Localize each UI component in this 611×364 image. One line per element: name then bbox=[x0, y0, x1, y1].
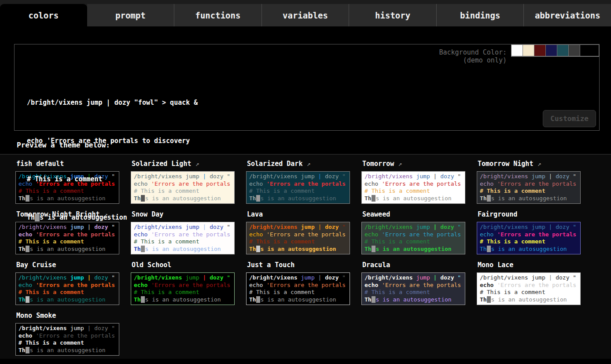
tab-colors[interactable]: colors bbox=[0, 4, 87, 26]
tab-functions[interactable]: functions bbox=[174, 4, 261, 26]
theme-card[interactable]: /bright/vixens jump | dozy "echo 'Errors… bbox=[361, 272, 465, 305]
terminal-sample-text: /bright/vixens jump | dozy "fowl" > quac… bbox=[15, 44, 599, 250]
tab-variables[interactable]: variables bbox=[261, 4, 349, 26]
theme-just-a-touch: Just a Touch/bright/vixens jump | dozy "… bbox=[246, 260, 350, 305]
tab-prompt[interactable]: prompt bbox=[87, 4, 174, 26]
tab-history[interactable]: history bbox=[349, 4, 436, 26]
customize-button[interactable]: Customize bbox=[543, 110, 596, 127]
theme-card-cursor: i bbox=[26, 296, 30, 303]
bg-swatch-f5e8cb[interactable] bbox=[523, 44, 534, 56]
bg-swatch-1d4e58[interactable] bbox=[557, 44, 568, 56]
theme-title: Just a Touch bbox=[247, 261, 350, 270]
terminal-line-command: /bright/vixens jump | dozy "fowl" > quac… bbox=[27, 96, 599, 109]
terminal-line-quote: echo 'Errors are the portals to discover… bbox=[27, 135, 599, 147]
background-color-label: Background Color: (demo only) bbox=[439, 48, 507, 64]
theme-title: Old School bbox=[132, 261, 235, 270]
theme-card-cursor: i bbox=[26, 347, 30, 353]
theme-card[interactable]: /bright/vixens jump | dozy "echo 'Errors… bbox=[477, 272, 581, 305]
theme-card-cursor: i bbox=[141, 296, 145, 303]
theme-dracula: Dracula/bright/vixens jump | dozy "echo … bbox=[361, 260, 465, 305]
tab-bindings[interactable]: bindings bbox=[436, 4, 524, 26]
theme-card-cursor: i bbox=[372, 296, 376, 303]
theme-card[interactable]: /bright/vixens jump | dozy "echo 'Errors… bbox=[15, 323, 119, 356]
terminal-cursor: i bbox=[35, 213, 40, 221]
tab-abbreviations[interactable]: abbreviations bbox=[523, 4, 611, 26]
theme-card[interactable]: /bright/vixens jump | dozy "echo 'Errors… bbox=[246, 272, 350, 305]
bg-swatch-000000[interactable] bbox=[580, 44, 599, 56]
color-preview-terminal: Background Color: (demo only) /bright/vi… bbox=[14, 44, 600, 131]
bg-swatch-3a3a3a[interactable] bbox=[568, 44, 580, 56]
bg-swatch-16164e[interactable] bbox=[545, 44, 557, 56]
terminal-line-comment: # This is a comment bbox=[27, 173, 599, 186]
terminal-line-autosuggestion: This is an autosuggestion bbox=[27, 211, 599, 224]
theme-mono-lace: Mono Lace/bright/vixens jump | dozy "ech… bbox=[477, 260, 581, 305]
theme-bay-cruise: Bay Cruise/bright/vixens jump | dozy "ec… bbox=[15, 260, 119, 305]
background-color-swatches bbox=[511, 44, 599, 57]
theme-title: Mono Lace bbox=[478, 261, 581, 270]
tab-bar: colorspromptfunctionsvariableshistorybin… bbox=[0, 0, 611, 26]
bg-swatch-ffffff[interactable] bbox=[511, 44, 523, 56]
theme-mono-smoke: Mono Smoke/bright/vixens jump | dozy "ec… bbox=[15, 311, 119, 356]
theme-card[interactable]: /bright/vixens jump | dozy "echo 'Errors… bbox=[15, 272, 119, 305]
bg-swatch-5a0f0f[interactable] bbox=[534, 44, 545, 56]
theme-title: Mono Smoke bbox=[16, 312, 119, 321]
theme-title: Dracula bbox=[362, 261, 465, 270]
theme-title: Bay Cruise bbox=[16, 261, 119, 270]
theme-card-cursor: i bbox=[256, 296, 261, 303]
theme-old-school: Old School/bright/vixens jump | dozy "ec… bbox=[131, 260, 235, 305]
theme-card[interactable]: /bright/vixens jump | dozy "echo 'Errors… bbox=[131, 272, 235, 305]
theme-card-cursor: i bbox=[487, 296, 491, 303]
background-color-picker: Background Color: (demo only) bbox=[439, 44, 599, 64]
